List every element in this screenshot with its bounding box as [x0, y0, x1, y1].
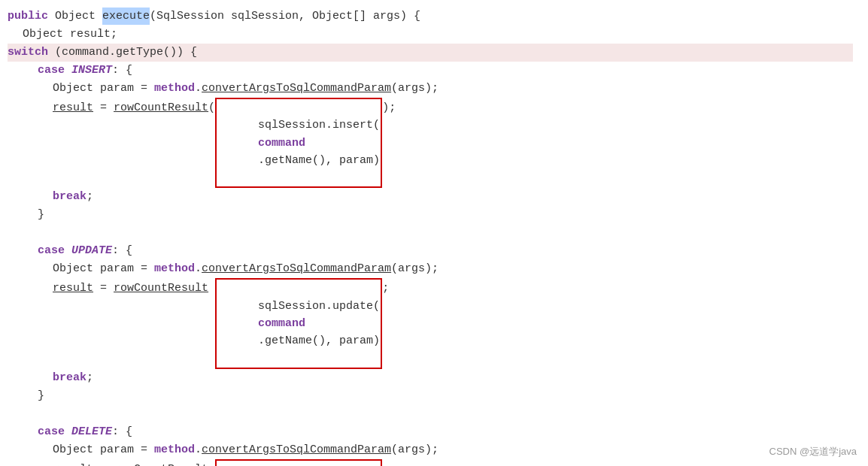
code-line-17: Object param = method . convertArgsToSql… — [8, 441, 853, 459]
code-line-4: case INSERT : { — [8, 62, 853, 80]
code-line-7: break ; — [8, 188, 853, 206]
keyword-switch: switch — [8, 44, 48, 61]
code-line-18: result = rowCountResult sqlSession.delet… — [8, 459, 853, 467]
watermark: CSDN @远道学java — [769, 445, 857, 458]
code-line-16: case DELETE : { — [8, 423, 853, 441]
code-line-8: } — [8, 206, 853, 224]
keyword-case-insert: case — [38, 62, 65, 79]
update-box: sqlSession.update( command .getName(), p… — [215, 278, 382, 368]
insert-box: sqlSession.insert( command .getName(), p… — [215, 98, 382, 188]
code-line-10: case UPDATE : { — [8, 242, 853, 260]
code-line-14: } — [8, 387, 853, 405]
code-viewer: public Object execute (SqlSession sqlSes… — [0, 0, 868, 466]
code-line-11: Object param = method . convertArgsToSql… — [8, 260, 853, 278]
code-line-1: public Object execute (SqlSession sqlSes… — [8, 8, 853, 26]
code-line-6: result = rowCountResult ( sqlSession.ins… — [8, 98, 853, 188]
delete-box: sqlSession.delete( command .getName(), p… — [215, 459, 382, 467]
code-line-13: break ; — [8, 369, 853, 387]
code-line-2: Object result; — [8, 26, 853, 44]
code-line-5: Object param = method . convertArgsToSql… — [8, 80, 853, 98]
code-line-blank1 — [8, 224, 853, 242]
code-line-blank2 — [8, 405, 853, 423]
keyword-public: public — [8, 8, 48, 25]
code-line-3: switch (command.getType()) { — [8, 44, 853, 62]
code-line-12: result = rowCountResult sqlSession.updat… — [8, 278, 853, 368]
